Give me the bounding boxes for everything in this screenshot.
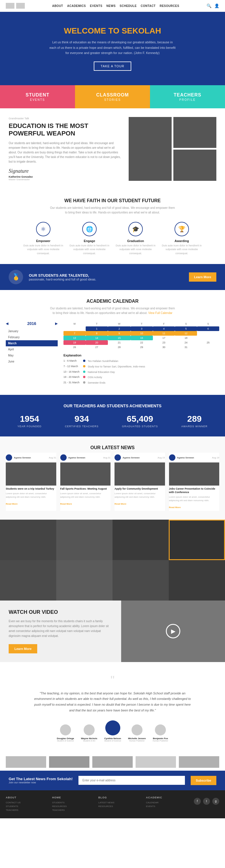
cal-cell[interactable]: 4 bbox=[153, 327, 175, 331]
nav-news[interactable]: NEWS bbox=[106, 4, 116, 7]
cal-month-february[interactable]: February bbox=[6, 334, 58, 340]
facebook-icon[interactable]: f bbox=[194, 798, 201, 805]
gallery-item-6[interactable] bbox=[56, 560, 112, 600]
googleplus-icon[interactable]: g bbox=[212, 798, 219, 805]
thumb-2[interactable] bbox=[49, 756, 89, 768]
tab-teachers-profile[interactable]: TEACHERS PROFILE bbox=[150, 85, 225, 108]
cal-cell[interactable] bbox=[64, 327, 86, 331]
footer-home-resources[interactable]: RESOURCES bbox=[52, 805, 67, 808]
cal-month-may[interactable]: May bbox=[6, 352, 58, 359]
newsletter-email-input[interactable] bbox=[78, 776, 185, 785]
footer-calendar[interactable]: CALENDAR bbox=[146, 801, 162, 804]
nav-academics[interactable]: ACADEMICS bbox=[67, 4, 86, 7]
cal-cell[interactable]: 8 bbox=[86, 331, 108, 336]
nav-schedule[interactable]: SCHEDULE bbox=[120, 4, 137, 7]
cal-cell[interactable]: 25 bbox=[197, 340, 219, 345]
thumb-1[interactable] bbox=[6, 756, 46, 768]
cal-cell[interactable]: 1 bbox=[86, 327, 108, 331]
gallery-item-1[interactable] bbox=[0, 520, 56, 560]
video-learn-more-button[interactable]: Learn More bbox=[9, 644, 37, 653]
cal-cell[interactable]: 7 bbox=[64, 331, 86, 336]
cal-cell[interactable]: 22 bbox=[131, 340, 153, 345]
cal-cell[interactable]: 20 bbox=[86, 340, 108, 345]
cal-cell[interactable] bbox=[197, 345, 219, 349]
exp-text-3: National Education Day bbox=[88, 370, 115, 374]
nav-events[interactable]: EVENTS bbox=[90, 4, 102, 7]
nav-resources[interactable]: RESOURCES bbox=[159, 4, 179, 7]
footer-contact-us[interactable]: CONTACT US bbox=[6, 801, 21, 804]
cal-cell[interactable]: 9 bbox=[108, 331, 131, 336]
cal-cell[interactable]: 6 bbox=[197, 327, 219, 331]
testimonial-avatar-2[interactable]: Wayne Nichols Student of Art bbox=[81, 724, 98, 742]
gallery-item-2[interactable] bbox=[56, 520, 112, 560]
cal-cell[interactable]: 2 bbox=[108, 327, 131, 331]
search-icon[interactable]: 🔍 bbox=[207, 3, 212, 8]
thumb-5[interactable] bbox=[179, 756, 219, 768]
cal-cell[interactable]: 16 bbox=[131, 336, 153, 340]
cal-next-arrow[interactable]: ▶ bbox=[55, 321, 58, 326]
news-read-more-3[interactable]: Read More bbox=[115, 503, 126, 505]
cal-cell[interactable] bbox=[197, 331, 219, 336]
play-button[interactable]: ▶ bbox=[166, 624, 180, 638]
cal-cell[interactable]: 10 bbox=[131, 331, 153, 336]
cal-cell[interactable]: 18 bbox=[175, 336, 197, 340]
thumb-3[interactable] bbox=[92, 756, 133, 768]
cal-cell[interactable] bbox=[197, 336, 219, 340]
cal-month-march[interactable]: March bbox=[6, 340, 58, 346]
footer-home-teachers[interactable]: TEACHERS bbox=[52, 809, 67, 811]
cal-cell[interactable]: 30 bbox=[153, 345, 175, 349]
footer-academic-events[interactable]: EVENTS bbox=[146, 805, 162, 808]
gallery-item-8[interactable] bbox=[169, 560, 225, 600]
cal-cell[interactable]: 13 bbox=[64, 336, 86, 340]
cal-cell[interactable]: 21 bbox=[108, 340, 131, 345]
gallery-item-5[interactable] bbox=[0, 560, 56, 600]
gallery-item-4[interactable] bbox=[169, 520, 225, 560]
footer-blog-resources[interactable]: RESOURCES bbox=[98, 805, 115, 808]
footer-latest-news[interactable]: LATEST NEWS bbox=[98, 801, 115, 804]
cal-month-april[interactable]: April bbox=[6, 346, 58, 352]
banner-learn-more-button[interactable]: Learn More bbox=[189, 272, 216, 282]
video-thumbnail[interactable]: ▶ bbox=[121, 600, 225, 662]
gallery-item-7[interactable] bbox=[112, 560, 169, 600]
cal-cell[interactable]: 3 bbox=[131, 327, 153, 331]
cal-cell[interactable]: 26 bbox=[64, 345, 86, 349]
news-read-more-4[interactable]: Read More bbox=[169, 506, 181, 509]
testimonial-avatar-5[interactable]: Benjamin Fox Human Publisher bbox=[153, 724, 168, 742]
cal-prev-arrow[interactable]: ◀ bbox=[6, 321, 8, 326]
cal-cell[interactable]: 12 bbox=[175, 331, 197, 336]
testimonial-avatar-3-active[interactable]: Cynthia Nelson Student of Science bbox=[104, 720, 121, 742]
thumb-4[interactable] bbox=[136, 756, 176, 768]
testimonial-avatar-4[interactable]: Michelle Jensen Human Publisher bbox=[128, 724, 146, 742]
tab-classroom-stories[interactable]: CLASSROOM STORIES bbox=[75, 85, 150, 108]
footer-about-students[interactable]: STUDENTS bbox=[6, 805, 21, 808]
cal-month-june[interactable]: June bbox=[6, 359, 58, 365]
news-read-more-2[interactable]: Read More bbox=[60, 503, 72, 505]
cal-cell[interactable]: 29 bbox=[131, 345, 153, 349]
nav-contact[interactable]: CONTACT bbox=[141, 4, 156, 7]
cal-cell[interactable]: 19 bbox=[64, 340, 86, 345]
news-date-3: Aug 15 bbox=[157, 456, 165, 459]
news-read-more-1[interactable]: Read More bbox=[6, 503, 17, 505]
cal-month-january[interactable]: January bbox=[6, 328, 58, 334]
gallery-item-3[interactable] bbox=[112, 520, 169, 560]
cal-cell[interactable]: 5 bbox=[175, 327, 197, 331]
cal-cell[interactable]: 31 bbox=[175, 345, 197, 349]
cal-cell[interactable]: 17 bbox=[153, 336, 175, 340]
twitter-icon[interactable]: t bbox=[203, 798, 210, 805]
footer-home-students[interactable]: STUDENTS bbox=[52, 801, 67, 804]
testimonial-avatar-1[interactable]: Douglas Ortega Student of Science bbox=[57, 724, 74, 742]
view-full-calendar-link[interactable]: View Full Calendar bbox=[148, 311, 173, 315]
cal-cell[interactable]: 24 bbox=[175, 340, 197, 345]
cal-cell[interactable]: 15 bbox=[108, 336, 131, 340]
cal-cell[interactable]: 14 bbox=[86, 336, 108, 340]
newsletter-subscribe-button[interactable]: Subscribe bbox=[191, 776, 216, 785]
cal-cell[interactable]: 27 bbox=[86, 345, 108, 349]
cal-cell[interactable]: 23 bbox=[153, 340, 175, 345]
user-icon[interactable]: 👤 bbox=[214, 3, 219, 8]
cal-cell[interactable]: 11 bbox=[153, 331, 175, 336]
tab-student-events[interactable]: STUDENT EVENTS bbox=[0, 85, 75, 108]
nav-about[interactable]: ABOUT bbox=[52, 4, 63, 7]
cal-cell[interactable]: 28 bbox=[108, 345, 131, 349]
hero-cta-button[interactable]: TAKE A TOUR bbox=[94, 62, 131, 71]
footer-about-teachers[interactable]: TEACHERS bbox=[6, 809, 21, 811]
